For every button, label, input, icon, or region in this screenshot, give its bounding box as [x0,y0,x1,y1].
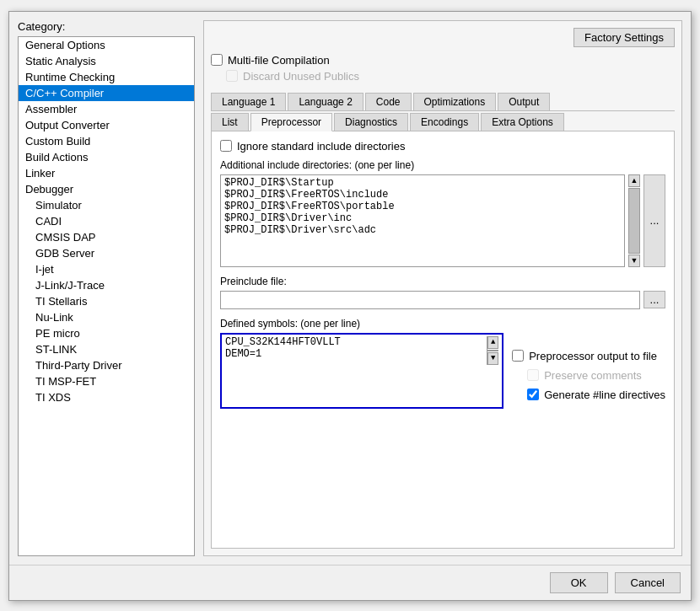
tab-extra-options[interactable]: Extra Options [481,113,564,131]
ignore-standard-label: Ignore standard include directories [237,140,405,153]
include-dirs-label: Additional include directories: (one per… [220,159,665,171]
tabs-container: Language 1Language 2CodeOptimizationsOut… [211,93,675,131]
sidebar-item-c-c---compiler[interactable]: C/C++ Compiler [19,85,194,101]
sidebar-item-build-actions[interactable]: Build Actions [19,149,194,165]
preinclude-browse-button[interactable]: ... [643,291,665,308]
right-panel: Factory Settings Multi-file Compilation … [203,20,682,556]
sidebar-item-custom-build[interactable]: Custom Build [19,133,194,149]
tabs-row-2: ListPreprocessorDiagnosticsEncodingsExtr… [211,113,675,131]
sidebar-item-cmsis-dap[interactable]: CMSIS DAP [19,229,194,245]
sidebar-item-third-party-driver[interactable]: Third-Party Driver [19,357,194,373]
include-dirs-scroll-down[interactable]: ▼ [628,255,640,267]
preinclude-row: ... [220,291,665,309]
sidebar-item-assembler[interactable]: Assembler [19,101,194,117]
sidebar-item-cadi[interactable]: CADI [19,213,194,229]
tab-list[interactable]: List [211,113,249,131]
defined-symbols-label: Defined symbols: (one per line) [220,318,665,330]
preinclude-input[interactable] [220,291,640,309]
sidebar-item-static-analysis[interactable]: Static Analysis [19,53,194,69]
ignore-standard-checkbox[interactable] [220,140,232,152]
ignore-standard-row: Ignore standard include directories [220,140,665,153]
main-dialog: Category: General OptionsStatic Analysis… [8,11,692,601]
tab-code[interactable]: Code [365,93,412,110]
sidebar-list: General OptionsStatic AnalysisRuntime Ch… [18,36,195,556]
include-dirs-area: $PROJ_DIR$\Startup$PROJ_DIR$\FreeRTOS\in… [220,174,665,267]
sidebar-item-i-jet[interactable]: I-jet [19,261,194,277]
sidebar-item-ti-stellaris[interactable]: TI Stellaris [19,293,194,309]
defined-symbols-section: CPU_S32K144HFT0VLLTDEMO=1 ▲ ▼ [220,333,665,409]
preserve-comments-label: Preserve comments [544,369,642,382]
defined-symbols-inner: CPU_S32K144HFT0VLLTDEMO=1 ▲ ▼ [225,336,498,365]
sidebar: Category: General OptionsStatic Analysis… [18,20,195,556]
preinclude-label: Preinclude file: [220,276,665,287]
sidebar-item-linker[interactable]: Linker [19,165,194,181]
tab-output[interactable]: Output [498,93,550,110]
sidebar-item-runtime-checking[interactable]: Runtime Checking [19,69,194,85]
defined-symbols-right: Preprocessor output to file Preserve com… [512,333,665,409]
sidebar-item-general-options[interactable]: General Options [19,37,194,53]
sidebar-item-simulator[interactable]: Simulator [19,197,194,213]
sidebar-item-j-link-j-trace[interactable]: J-Link/J-Trace [19,277,194,293]
defined-symbols-text: CPU_S32K144HFT0VLLTDEMO=1 [225,336,487,365]
multi-file-compilation-label: Multi-file Compilation [228,54,330,67]
include-dirs-browse-button[interactable]: ... [643,174,665,267]
sidebar-item-debugger[interactable]: Debugger [19,181,194,197]
defined-symbols-left: CPU_S32K144HFT0VLLTDEMO=1 ▲ ▼ [220,333,503,409]
generate-line-directives-label: Generate #line directives [544,389,665,401]
defined-symbols-scroll-up[interactable]: ▲ [487,336,498,349]
preprocessor-output-checkbox[interactable] [512,350,524,362]
preserve-comments-row: Preserve comments [512,369,665,382]
dialog-body: Category: General OptionsStatic Analysis… [9,12,691,565]
discard-unused-publics-row: Discard Unused Publics [226,70,675,83]
generate-line-directives-row: Generate #line directives [512,389,665,401]
tabs-row-1: Language 1Language 2CodeOptimizationsOut… [211,93,675,111]
panel-top-bar: Factory Settings [211,28,675,47]
factory-settings-button[interactable]: Factory Settings [573,28,675,47]
sidebar-item-output-converter[interactable]: Output Converter [19,117,194,133]
tab-content: Ignore standard include directories Addi… [211,131,675,549]
tab-language-2[interactable]: Language 2 [288,93,363,110]
discard-unused-publics-checkbox[interactable] [226,70,238,82]
sidebar-item-pe-micro[interactable]: PE micro [19,325,194,341]
tab-encodings[interactable]: Encodings [410,113,479,131]
include-dirs-scroll-up[interactable]: ▲ [628,174,640,187]
sidebar-item-st-link[interactable]: ST-LINK [19,341,194,357]
multi-file-compilation-row: Multi-file Compilation [211,54,675,67]
include-dirs-textarea[interactable]: $PROJ_DIR$\Startup$PROJ_DIR$\FreeRTOS\in… [220,174,625,267]
tab-diagnostics[interactable]: Diagnostics [334,113,408,131]
defined-symbols-scroll-down[interactable]: ▼ [487,352,498,365]
sidebar-item-ti-xds[interactable]: TI XDS [19,389,194,405]
preprocessor-output-label: Preprocessor output to file [529,350,657,362]
sidebar-item-nu-link[interactable]: Nu-Link [19,309,194,325]
preprocessor-output-row: Preprocessor output to file [512,350,665,362]
category-label: Category: [18,20,195,33]
sidebar-item-gdb-server[interactable]: GDB Server [19,245,194,261]
ok-button[interactable]: OK [550,572,608,593]
multi-file-compilation-checkbox[interactable] [211,54,223,66]
tab-preprocessor[interactable]: Preprocessor [250,113,332,131]
sidebar-item-ti-msp-fet[interactable]: TI MSP-FET [19,373,194,389]
tab-optimizations[interactable]: Optimizations [413,93,497,110]
generate-line-directives-checkbox[interactable] [527,389,539,400]
tab-language-1[interactable]: Language 1 [211,93,286,110]
dialog-footer: OK Cancel [9,565,691,600]
discard-unused-publics-label: Discard Unused Publics [243,70,359,83]
cancel-button[interactable]: Cancel [615,572,681,593]
preserve-comments-checkbox[interactable] [527,369,539,381]
defined-symbols-box[interactable]: CPU_S32K144HFT0VLLTDEMO=1 ▲ ▼ [220,333,503,409]
